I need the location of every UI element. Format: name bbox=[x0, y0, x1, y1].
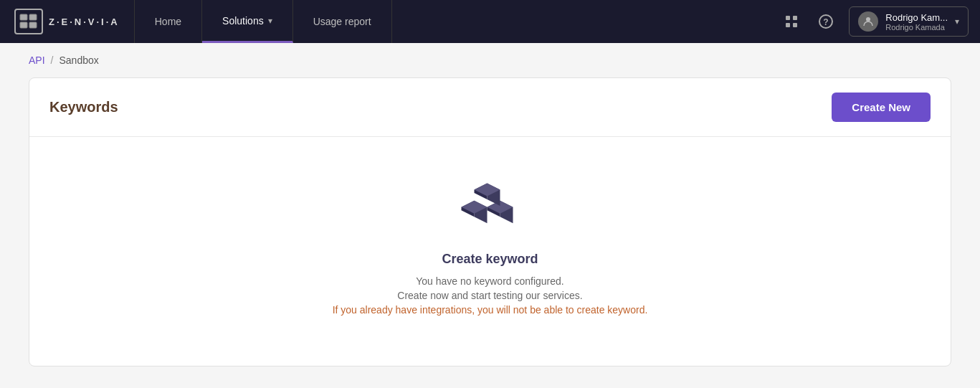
empty-line1: You have no keyword configured. bbox=[416, 275, 564, 287]
svg-rect-5 bbox=[793, 16, 797, 20]
svg-rect-3 bbox=[29, 22, 37, 28]
svg-rect-7 bbox=[793, 23, 797, 27]
user-info: Rodrigo Kam... Rodrigo Kamada bbox=[885, 12, 948, 32]
empty-line3: If you already have integrations, you wi… bbox=[333, 304, 648, 316]
logo-icon bbox=[14, 9, 43, 34]
help-icon[interactable]: ? bbox=[814, 10, 837, 33]
main-card: Keywords Create New Creat bbox=[29, 77, 951, 366]
svg-point-10 bbox=[866, 17, 870, 22]
nav-solutions[interactable]: Solutions ▾ bbox=[202, 0, 293, 43]
solutions-chevron-icon: ▾ bbox=[268, 16, 272, 26]
svg-rect-1 bbox=[20, 22, 27, 28]
card-title: Keywords bbox=[49, 99, 118, 115]
svg-text:?: ? bbox=[824, 17, 829, 27]
svg-rect-6 bbox=[786, 23, 790, 27]
user-name: Rodrigo Kam... bbox=[885, 12, 948, 23]
nav-solutions-label: Solutions bbox=[222, 15, 264, 27]
nav-home[interactable]: Home bbox=[135, 0, 202, 43]
cubes-icon bbox=[458, 180, 523, 237]
breadcrumb-separator: / bbox=[51, 55, 54, 66]
empty-line2: Create now and start testing our service… bbox=[397, 290, 582, 301]
user-area[interactable]: Rodrigo Kam... Rodrigo Kamada ▾ bbox=[849, 6, 969, 37]
card-header: Keywords Create New bbox=[29, 78, 951, 137]
topnav: Z·E·N·V·I·A Home Solutions ▾ Usage repor… bbox=[0, 0, 980, 43]
logo-text: Z·E·N·V·I·A bbox=[49, 16, 120, 27]
nav-home-label: Home bbox=[155, 16, 181, 27]
svg-rect-2 bbox=[29, 14, 37, 20]
empty-description: You have no keyword configured. Create n… bbox=[333, 275, 648, 316]
svg-rect-4 bbox=[786, 16, 790, 20]
svg-rect-0 bbox=[20, 14, 27, 20]
create-new-button[interactable]: Create New bbox=[832, 93, 931, 122]
breadcrumb: API / Sandbox bbox=[0, 43, 980, 77]
logo-area[interactable]: Z·E·N·V·I·A bbox=[11, 0, 135, 43]
breadcrumb-api-link[interactable]: API bbox=[29, 55, 45, 66]
nav-right: ? Rodrigo Kam... Rodrigo Kamada ▾ bbox=[780, 6, 969, 37]
breadcrumb-sandbox: Sandbox bbox=[59, 55, 98, 66]
user-sub: Rodrigo Kamada bbox=[885, 23, 948, 32]
user-chevron-icon: ▾ bbox=[955, 16, 959, 27]
nav-items: Home Solutions ▾ Usage report bbox=[135, 0, 781, 43]
nav-usage-report[interactable]: Usage report bbox=[293, 0, 392, 43]
grid-icon[interactable] bbox=[780, 10, 803, 33]
nav-usage-report-label: Usage report bbox=[313, 16, 371, 27]
avatar bbox=[858, 11, 878, 32]
empty-state: Create keyword You have no keyword confi… bbox=[29, 137, 951, 366]
empty-title: Create keyword bbox=[442, 252, 538, 267]
